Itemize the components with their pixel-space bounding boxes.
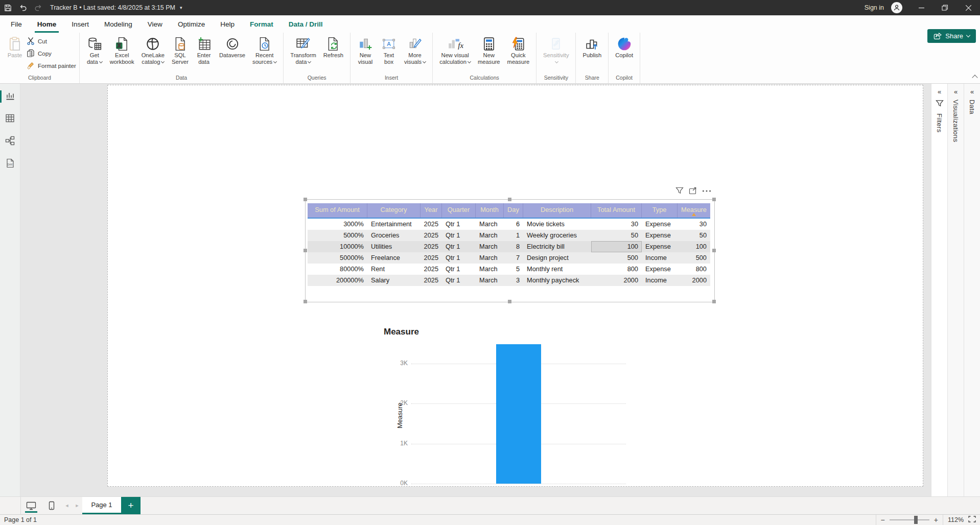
tab-data-drill[interactable]: Data / Drill <box>281 15 331 33</box>
tab-page-1[interactable]: Page 1 <box>82 497 121 514</box>
share-button[interactable]: Share <box>927 29 976 43</box>
tab-modeling[interactable]: Modeling <box>97 15 140 33</box>
ribbon-excel-button[interactable]: XExcelworkbook <box>106 33 138 65</box>
ribbon-copy-button[interactable]: Copy <box>27 49 76 58</box>
table-cell[interactable]: Qtr 1 <box>442 230 476 241</box>
chart-bar[interactable] <box>496 344 541 484</box>
tab-optimize[interactable]: Optimize <box>170 15 213 33</box>
selection-handle[interactable] <box>304 249 307 252</box>
table-cell[interactable]: Monthly rent <box>523 264 591 275</box>
selection-handle[interactable] <box>304 198 307 201</box>
table-cell[interactable]: Movie tickets <box>523 219 591 230</box>
tab-file[interactable]: File <box>3 15 30 33</box>
expand-panel-icon[interactable]: « <box>970 88 974 96</box>
table-cell[interactable]: 8 <box>504 241 523 252</box>
zoom-slider-handle[interactable] <box>914 516 918 524</box>
table-cell[interactable]: 2025 <box>421 275 442 286</box>
ribbon-copilot-button[interactable]: Copilot <box>612 33 637 59</box>
column-header-total-amount[interactable]: Total Amount <box>591 203 642 218</box>
column-header-description[interactable]: Description <box>523 203 591 218</box>
table-cell[interactable]: 50 <box>678 230 710 241</box>
tab-format[interactable]: Format <box>242 15 281 33</box>
ribbon-dataverse-button[interactable]: Dataverse <box>216 33 249 59</box>
ribbon-onelake-button[interactable]: OneLakecatalog <box>138 33 168 65</box>
ribbon-cut-button[interactable]: Cut <box>27 37 76 46</box>
table-cell[interactable]: March <box>476 241 504 252</box>
column-header-type[interactable]: Type <box>642 203 678 218</box>
table-cell[interactable]: 100 <box>678 241 710 252</box>
table-cell[interactable]: 5000% <box>308 230 367 241</box>
table-cell[interactable]: Qtr 1 <box>442 219 476 230</box>
panel-rail-visualizations[interactable]: «Visualizations <box>947 84 964 496</box>
table-cell[interactable]: 5 <box>504 264 523 275</box>
table-cell[interactable]: March <box>476 275 504 286</box>
column-header-month[interactable]: Month <box>476 203 504 218</box>
column-header-category[interactable]: Category <box>367 203 421 218</box>
fit-to-page-icon[interactable] <box>968 516 976 524</box>
table-row[interactable]: 10000%Utilities2025Qtr 1March8Electricit… <box>308 241 710 252</box>
table-cell[interactable]: Salary <box>367 275 421 286</box>
table-cell[interactable]: 10000% <box>308 241 367 252</box>
ribbon-get-data-button[interactable]: Getdata <box>83 33 106 65</box>
ribbon-text-box-button[interactable]: ATextbox <box>377 33 401 65</box>
tab-insert[interactable]: Insert <box>64 15 97 33</box>
table-cell[interactable]: March <box>476 252 504 264</box>
undo-icon[interactable] <box>15 0 31 15</box>
column-header-day[interactable]: Day <box>504 203 523 218</box>
table-cell[interactable]: 2000 <box>591 275 642 286</box>
table-cell[interactable]: Weekly groceries <box>523 230 591 241</box>
table-cell[interactable]: Design project <box>523 252 591 264</box>
table-row[interactable]: 5000%Groceries2025Qtr 1March1Weekly groc… <box>308 230 710 241</box>
expand-panel-icon[interactable]: « <box>938 88 941 96</box>
table-cell[interactable]: 6 <box>504 219 523 230</box>
table-cell[interactable]: 80000% <box>308 264 367 275</box>
desktop-view-icon[interactable] <box>21 497 41 514</box>
ribbon-format-painter-button[interactable]: Format painter <box>27 61 76 70</box>
table-cell[interactable]: March <box>476 219 504 230</box>
ribbon-transform-button[interactable]: Transformdata <box>287 33 320 65</box>
ribbon-enter-data-button[interactable]: Enterdata <box>192 33 216 65</box>
ribbon-new-measure-button[interactable]: Newmeasure <box>474 33 504 65</box>
more-options-icon[interactable] <box>702 189 711 193</box>
tab-help[interactable]: Help <box>213 15 242 33</box>
table-cell[interactable]: Utilities <box>367 241 421 252</box>
sidebar-report-view-button[interactable] <box>0 89 20 104</box>
table-cell[interactable]: Electricity bill <box>523 241 591 252</box>
focus-mode-icon[interactable] <box>689 187 697 195</box>
ribbon-sql-button[interactable]: SQLServer <box>168 33 192 65</box>
restore-button[interactable] <box>933 0 956 15</box>
column-header-sum-of-amount[interactable]: Sum of Amount <box>308 203 367 218</box>
column-header-quarter[interactable]: Quarter <box>442 203 476 218</box>
table-cell[interactable]: Entertainment <box>367 219 421 230</box>
selection-handle[interactable] <box>712 198 716 201</box>
ribbon-more-visuals-button[interactable]: Morevisuals <box>401 33 429 65</box>
column-header-measure[interactable]: Measure <box>678 203 710 218</box>
tab-home[interactable]: Home <box>30 15 64 33</box>
table-cell[interactable]: Monthly paycheck <box>523 275 591 286</box>
tab-view[interactable]: View <box>140 15 170 33</box>
table-cell[interactable]: 50000% <box>308 252 367 264</box>
sidebar-model-view-button[interactable] <box>0 134 20 149</box>
table-cell[interactable]: 7 <box>504 252 523 264</box>
close-button[interactable] <box>956 0 980 15</box>
table-cell[interactable]: 100 <box>591 241 642 252</box>
table-cell[interactable]: Income <box>642 275 678 286</box>
table-cell[interactable]: 30 <box>591 219 642 230</box>
panel-rail-filters[interactable]: «Filters <box>931 84 947 496</box>
sign-in-link[interactable]: Sign in <box>859 4 889 11</box>
table-cell[interactable]: Freelance <box>367 252 421 264</box>
add-page-button[interactable]: + <box>121 497 141 514</box>
table-cell[interactable]: 30 <box>678 219 710 230</box>
table-cell[interactable]: Income <box>642 252 678 264</box>
selection-handle[interactable] <box>712 249 716 252</box>
sidebar-dax-view-button[interactable]: DAX <box>0 156 20 172</box>
ribbon-visual-calc-button[interactable]: fxNew visualcalculation <box>436 33 474 65</box>
table-cell[interactable]: 2025 <box>421 252 442 264</box>
table-cell[interactable]: Expense <box>642 219 678 230</box>
selection-handle[interactable] <box>712 300 716 303</box>
table-cell[interactable]: March <box>476 264 504 275</box>
table-cell[interactable]: 800 <box>678 264 710 275</box>
save-icon[interactable] <box>0 0 15 15</box>
zoom-out-button[interactable]: − <box>881 516 885 524</box>
minimize-button[interactable] <box>909 0 933 15</box>
